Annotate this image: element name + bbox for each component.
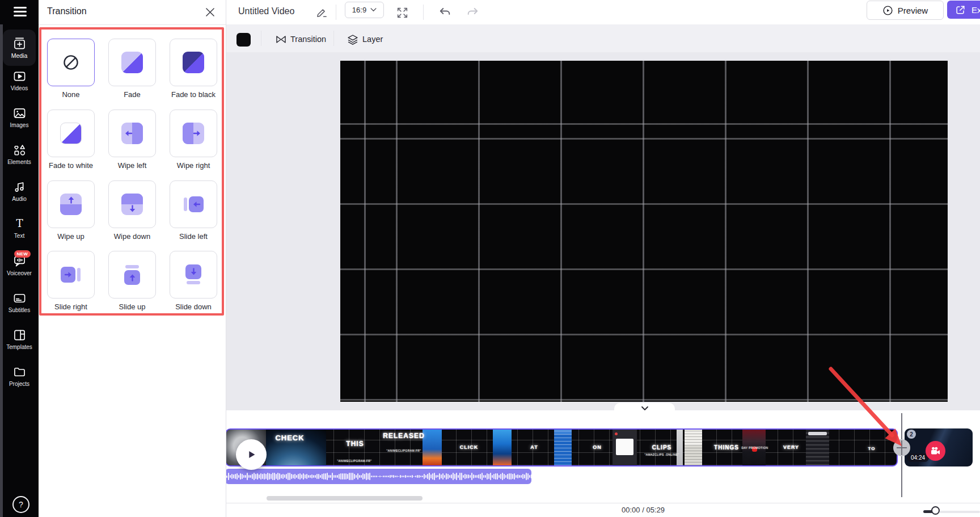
sidebar-item-images[interactable]: Images bbox=[0, 107, 39, 128]
sidebar-item-label: Media bbox=[11, 52, 28, 59]
clip-thumbnail bbox=[685, 430, 702, 465]
transition-card-wipe-up[interactable] bbox=[47, 180, 95, 228]
timeline-panel: CHECKTHISRELEASEDCLICKATONCLIPSTHINGSVER… bbox=[226, 410, 980, 517]
divider bbox=[333, 31, 334, 46]
clip-count-badge: 2 bbox=[907, 430, 916, 439]
transition-card-label: None bbox=[40, 90, 102, 99]
clip-subtext: "AMAZCLIPS .ONLINE" bbox=[645, 453, 679, 456]
transition-bowtie-icon bbox=[276, 35, 286, 44]
sidebar-item-videos[interactable]: Videos bbox=[0, 70, 39, 91]
divider bbox=[423, 5, 424, 20]
fade-white-icon bbox=[60, 123, 82, 144]
color-swatch[interactable] bbox=[236, 33, 251, 47]
zoom-slider-track[interactable] bbox=[939, 511, 980, 513]
fullscreen-icon[interactable] bbox=[394, 4, 411, 21]
transition-card-label: Wipe up bbox=[40, 232, 102, 241]
clip-text: TO bbox=[868, 446, 876, 451]
clip-text: ON bbox=[593, 444, 602, 450]
playhead-handle[interactable] bbox=[893, 439, 910, 456]
transition-card-fade-white[interactable] bbox=[47, 110, 95, 157]
transition-card-wipe-down[interactable] bbox=[108, 180, 156, 228]
help-button[interactable]: ? bbox=[12, 496, 29, 513]
audio-track[interactable] bbox=[225, 469, 531, 484]
sidebar-item-text[interactable]: TText bbox=[0, 217, 39, 239]
sidebar-item-elements[interactable]: Elements bbox=[0, 144, 39, 165]
close-icon[interactable] bbox=[203, 5, 217, 19]
clip-text: THINGS bbox=[714, 444, 739, 451]
layer-tool-label: Layer bbox=[362, 35, 383, 44]
bottom-bar: 00:00 / 05:29 bbox=[226, 503, 980, 517]
transition-card-label: Fade to black bbox=[162, 90, 225, 99]
sidebar-item-templates[interactable]: Templates bbox=[0, 329, 39, 350]
transition-card-fade-black[interactable] bbox=[170, 39, 217, 86]
timeline-collapse-button[interactable] bbox=[614, 403, 675, 411]
sidebar-item-audio[interactable]: Audio bbox=[0, 180, 39, 202]
aspect-ratio-select[interactable]: 16:9 bbox=[345, 2, 384, 18]
clip-thumbnail bbox=[612, 430, 637, 465]
chevron-down-icon bbox=[370, 8, 377, 12]
sidebar-item-subtitles[interactable]: Subtitles bbox=[0, 292, 39, 313]
fade-black-icon bbox=[183, 52, 204, 73]
clip-subtext: "ANIMECLIPGRAM.FR" bbox=[387, 449, 421, 452]
transition-card-label: Slide up bbox=[101, 302, 163, 311]
sidebar-item-label: Subtitles bbox=[9, 307, 30, 313]
timeline-play-button[interactable] bbox=[236, 439, 267, 470]
clip-text: CLIPS bbox=[652, 444, 671, 451]
undo-icon[interactable] bbox=[436, 3, 455, 22]
none-icon bbox=[62, 54, 79, 71]
clip-thumbnail bbox=[423, 430, 442, 465]
sidebar-item-label: Voiceover bbox=[7, 270, 32, 276]
clip-duration-badge: 04:24 bbox=[907, 453, 929, 462]
transition-card-slide-left[interactable] bbox=[170, 180, 217, 228]
transition-card-label: Slide right bbox=[40, 302, 102, 311]
menu-icon[interactable] bbox=[14, 7, 27, 16]
timeline-scrollbar[interactable] bbox=[267, 496, 423, 501]
play-icon bbox=[245, 448, 257, 461]
zoom-slider-handle[interactable] bbox=[931, 506, 940, 515]
sidebar-item-voiceover[interactable]: NEWVoiceover bbox=[0, 255, 39, 276]
divider bbox=[261, 31, 261, 46]
layers-icon bbox=[347, 34, 358, 45]
transition-card-none[interactable] bbox=[47, 39, 95, 86]
wipe-down-icon bbox=[121, 194, 143, 215]
panel-header: Transition bbox=[39, 0, 226, 25]
aspect-ratio-value: 16:9 bbox=[352, 6, 366, 14]
playback-time: 00:00 / 05:29 bbox=[586, 506, 700, 514]
transition-card-fade[interactable] bbox=[108, 39, 156, 86]
help-label: ? bbox=[19, 500, 23, 509]
new-badge: NEW bbox=[14, 250, 31, 258]
transition-card-wipe-left[interactable] bbox=[108, 110, 156, 157]
edit-title-pencil-icon[interactable] bbox=[314, 5, 330, 20]
transition-card-slide-right[interactable] bbox=[47, 251, 95, 299]
project-title: Untitled Video bbox=[238, 6, 294, 16]
transition-card-label: Slide left bbox=[162, 232, 225, 241]
transition-tool[interactable]: Transition bbox=[276, 31, 326, 47]
export-label: Export bbox=[971, 5, 980, 15]
layer-tool[interactable]: Layer bbox=[347, 31, 383, 47]
panel-title: Transition bbox=[47, 6, 87, 16]
transition-card-label: Fade bbox=[101, 90, 163, 99]
slide-up-icon bbox=[121, 264, 143, 285]
preview-button[interactable]: Preview bbox=[867, 1, 944, 20]
transition-card-wipe-right[interactable] bbox=[170, 110, 217, 157]
clip-subtext: DAY PROMOTION bbox=[741, 446, 768, 449]
redo-icon[interactable] bbox=[463, 3, 482, 22]
top-bar: Untitled Video 16:9 Preview bbox=[226, 0, 980, 25]
play-circle-icon bbox=[882, 5, 893, 16]
sidebar-item-label: Templates bbox=[6, 344, 32, 350]
clip-text: CLICK bbox=[460, 444, 479, 450]
divider bbox=[336, 5, 336, 20]
sidebar-item-label: Elements bbox=[7, 159, 31, 165]
transition-card-slide-up[interactable] bbox=[108, 251, 156, 299]
video-clip-1[interactable]: CHECKTHISRELEASEDCLICKATONCLIPSTHINGSVER… bbox=[225, 428, 898, 466]
clip-thumbnail bbox=[677, 430, 683, 465]
transition-card-label: Wipe left bbox=[101, 161, 163, 170]
sidebar-item-media[interactable]: Media bbox=[3, 30, 36, 66]
export-button[interactable]: Export bbox=[947, 1, 980, 19]
slide-right-icon bbox=[60, 264, 82, 285]
sidebar-item-projects[interactable]: Projects bbox=[0, 365, 39, 387]
clip-toolbar: Transition Layer bbox=[226, 24, 980, 53]
transition-card-slide-down[interactable] bbox=[170, 251, 217, 299]
clip-text: RELEASED bbox=[383, 432, 424, 440]
preview-label: Preview bbox=[898, 6, 928, 15]
